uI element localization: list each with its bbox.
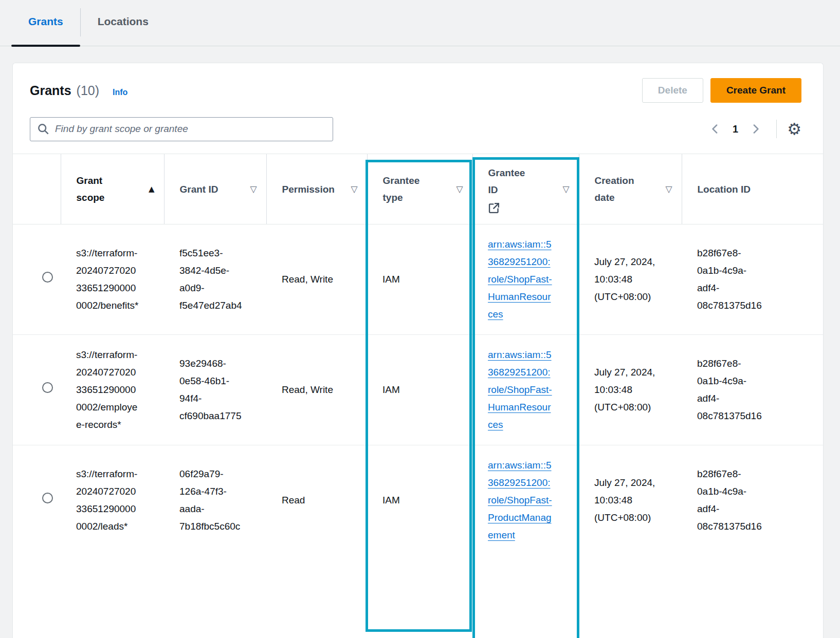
cell-location-id: b28f67e8-0a1b-4c9a-adf4-08c781375d16	[697, 355, 762, 425]
pager-divider	[776, 120, 777, 138]
column-header-grantee-id[interactable]: Grantee ID ▽	[472, 154, 579, 224]
tabs-bar: Grants Locations	[0, 0, 840, 46]
cell-creation-date: July 27, 2024, 10:03:48 (UTC+08:00)	[594, 364, 659, 416]
table-row: s3://terraform-2024072702033651290000000…	[13, 224, 823, 335]
create-grant-button[interactable]: Create Grant	[710, 78, 801, 103]
grantee-id-link[interactable]: arn:aws:iam::536829251200:role/ShopFast-…	[488, 236, 553, 323]
cell-grant-scope: s3://terraform-2024072702033651290000000…	[76, 346, 141, 434]
gear-icon: ⚙	[787, 120, 801, 138]
column-header-grant-scope[interactable]: Grant scope ▲	[61, 154, 164, 224]
sort-descending-icon: ▽	[562, 184, 569, 194]
column-label-permission: Permission	[282, 181, 335, 198]
row-select-radio[interactable]	[42, 493, 53, 503]
cell-permission: Read, Write	[282, 381, 346, 399]
cell-location-id: b28f67e8-0a1b-4c9a-adf4-08c781375d16	[697, 245, 762, 314]
select-all-header	[13, 154, 61, 224]
cell-creation-date: July 27, 2024, 10:03:48 (UTC+08:00)	[594, 253, 659, 306]
current-page-number[interactable]: 1	[733, 123, 738, 135]
cell-grant-id: 93e29468-0e58-46b1-94f4-cf690baa1775	[179, 355, 244, 425]
grants-count: (10)	[77, 83, 99, 98]
next-page-button[interactable]	[747, 120, 764, 138]
sort-descending-icon: ▽	[351, 184, 357, 194]
settings-button[interactable]: ⚙	[787, 121, 801, 137]
table-row: s3://terraform-2024072702033651290000000…	[13, 335, 823, 445]
sort-descending-icon: ▽	[250, 184, 257, 194]
cell-location-id: b28f67e8-0a1b-4c9a-adf4-08c781375d16	[697, 465, 762, 535]
cell-permission: Read	[282, 492, 346, 509]
tab-locations[interactable]: Locations	[81, 0, 166, 46]
row-select-radio[interactable]	[42, 272, 53, 283]
search-box	[30, 117, 333, 141]
column-header-permission[interactable]: Permission ▽	[266, 154, 367, 224]
table-header-row: Grant scope ▲ Grant ID ▽ Permission ▽	[13, 154, 823, 224]
column-label-grantee-type: Grantee type	[383, 172, 426, 206]
page-title: Grants	[30, 83, 71, 98]
search-input[interactable]	[54, 123, 325, 135]
cell-grantee-type: IAM	[382, 271, 447, 288]
column-header-grant-id[interactable]: Grant ID ▽	[164, 154, 266, 224]
cell-grantee-type: IAM	[382, 492, 447, 509]
cell-grant-id: f5c51ee3-3842-4d5e-a0d9-f5e47ed27ab4	[179, 245, 244, 314]
row-select-radio[interactable]	[42, 382, 53, 393]
cell-creation-date: July 27, 2024, 10:03:48 (UTC+08:00)	[594, 474, 659, 527]
column-header-grantee-type[interactable]: Grantee type ▽	[367, 154, 472, 224]
sort-ascending-icon: ▲	[149, 184, 155, 194]
delete-button[interactable]: Delete	[642, 78, 703, 103]
cell-grant-scope: s3://terraform-2024072702033651290000000…	[76, 465, 141, 535]
chevron-left-icon	[710, 123, 720, 135]
column-header-location-id[interactable]: Location ID	[682, 154, 823, 224]
grants-panel: Grants (10) Info Delete Create Grant	[12, 63, 824, 638]
sort-descending-icon: ▽	[665, 184, 672, 194]
cell-permission: Read, Write	[282, 271, 346, 288]
cell-grant-id: 06f29a79-126a-47f3-aada-7b18fbc5c60c	[179, 465, 244, 535]
search-icon	[38, 123, 49, 135]
column-label-grantee-id: Grantee ID	[488, 164, 532, 198]
previous-page-button[interactable]	[707, 120, 723, 138]
cell-grant-scope: s3://terraform-2024072702033651290000000…	[76, 245, 141, 314]
column-label-creation-date: Creation date	[595, 172, 640, 206]
grantee-id-link[interactable]: arn:aws:iam::536829251200:role/ShopFast-…	[488, 346, 553, 434]
external-link-icon	[488, 202, 532, 214]
table-row: s3://terraform-2024072702033651290000000…	[13, 445, 823, 556]
column-label-grant-id: Grant ID	[180, 181, 218, 198]
chevron-right-icon	[751, 123, 761, 135]
cell-grantee-type: IAM	[382, 381, 447, 399]
column-label-location-id: Location ID	[698, 181, 751, 198]
column-label-grant-scope: Grant scope	[77, 172, 109, 206]
tab-grants[interactable]: Grants	[11, 0, 80, 46]
info-link[interactable]: Info	[113, 88, 127, 97]
grantee-id-link[interactable]: arn:aws:iam::536829251200:role/ShopFast-…	[488, 457, 553, 544]
pagination: 1 ⚙	[707, 120, 801, 138]
column-header-creation-date[interactable]: Creation date ▽	[579, 154, 682, 224]
sort-descending-icon: ▽	[456, 184, 463, 194]
grants-table: Grant scope ▲ Grant ID ▽ Permission ▽	[13, 154, 823, 555]
